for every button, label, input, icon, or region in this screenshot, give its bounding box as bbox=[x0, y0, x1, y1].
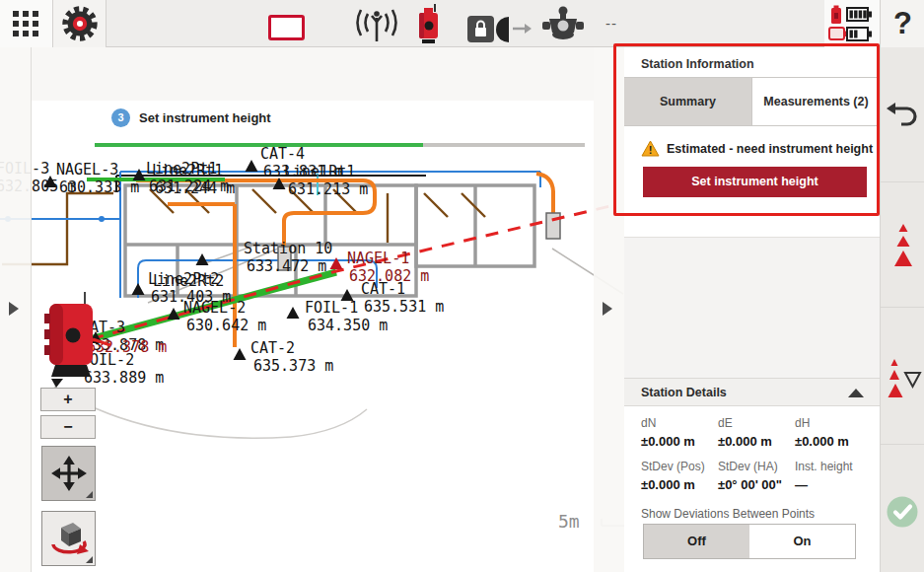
expand-right-icon bbox=[603, 302, 612, 316]
point-label: NAGEL-2 bbox=[183, 299, 246, 317]
detail-dh: dH ±0.000 m bbox=[795, 416, 872, 449]
display-screen-icon[interactable] bbox=[268, 15, 305, 40]
point-label: NAGEL-1 bbox=[347, 250, 409, 267]
help-button[interactable]: ? bbox=[880, 0, 924, 47]
gear-icon bbox=[59, 3, 101, 44]
camera-lock-icon[interactable] bbox=[467, 16, 494, 42]
panel-title: Station Information bbox=[641, 57, 754, 71]
expand-right-icon bbox=[9, 302, 19, 316]
target-points-compare-button[interactable] bbox=[885, 357, 922, 406]
point-label: CAT-2 bbox=[250, 339, 295, 357]
toggle-on[interactable]: On bbox=[749, 525, 855, 558]
grid-menu-icon bbox=[13, 11, 40, 37]
point-elevation: 630.333 m bbox=[59, 179, 139, 196]
point-elevation: 631.213 m bbox=[288, 180, 368, 198]
zoom-in-button[interactable]: + bbox=[40, 388, 96, 411]
triangle-stack-icon bbox=[888, 223, 918, 268]
help-label: ? bbox=[893, 6, 912, 40]
right-action-sidebar bbox=[880, 47, 924, 572]
station-information-panel: Station Information Summary Measurements… bbox=[624, 47, 880, 572]
divider bbox=[881, 444, 924, 445]
battery-half-icon bbox=[846, 27, 873, 41]
point-marker[interactable] bbox=[132, 283, 145, 295]
rotate-cube-icon bbox=[47, 519, 91, 558]
point-marker[interactable] bbox=[330, 257, 343, 269]
camera-lens-icon bbox=[496, 16, 510, 43]
point-elevation: 633.889 m bbox=[84, 369, 164, 387]
triangle-compare-icon bbox=[885, 357, 922, 402]
deviations-toggle: Off On bbox=[643, 524, 856, 559]
rotate-3d-button[interactable] bbox=[41, 511, 96, 566]
detail-dn: dN ±0.000 m bbox=[641, 416, 718, 449]
point-elevation: 634.350 m bbox=[308, 317, 388, 334]
point-elevation: 631.244 m bbox=[155, 179, 235, 197]
settings-button[interactable] bbox=[53, 0, 107, 47]
panel-empty-area bbox=[624, 237, 880, 379]
divider bbox=[881, 307, 924, 308]
top-toolbar: -- bbox=[0, 0, 924, 47]
left-panel-expander[interactable] bbox=[0, 47, 32, 572]
zoom-out-button[interactable]: − bbox=[40, 415, 96, 439]
point-elevation: 630.642 m bbox=[186, 317, 266, 334]
point-label: Station 10 bbox=[244, 240, 332, 257]
right-panel-expander[interactable] bbox=[594, 47, 625, 572]
point-label: Line2Rt1 bbox=[152, 162, 223, 179]
collapse-up-icon[interactable] bbox=[848, 389, 864, 397]
lock-glyph-icon bbox=[467, 16, 494, 42]
detail-stdev-ha: StDev (HA) ±0° 00' 00" bbox=[718, 460, 795, 492]
point-label: NAGEL-3 bbox=[56, 161, 118, 179]
point-marker[interactable] bbox=[287, 307, 300, 319]
detail-de: dE ±0.000 m bbox=[718, 416, 795, 449]
instrument-battery-icon bbox=[830, 5, 842, 25]
point-label: Line1Rt1 bbox=[284, 163, 355, 180]
point-label: FOIL-1 bbox=[305, 299, 358, 317]
station-details-title: Station Details bbox=[641, 386, 727, 399]
confirm-button[interactable] bbox=[885, 494, 920, 534]
point-elevation: 633.472 m bbox=[247, 257, 326, 275]
warning-text: Estimated - need instrument height bbox=[667, 142, 873, 156]
equipment-box bbox=[546, 213, 560, 239]
point-label: Line2Rt2 bbox=[153, 272, 224, 290]
deviations-label: Show Deviations Between Points bbox=[641, 507, 815, 521]
warning-row: ! Estimated - need instrument height bbox=[641, 140, 873, 157]
detail-stdev-pos: StDev (Pos) ±0.000 m bbox=[641, 460, 718, 492]
point-elevation: 635.373 m bbox=[253, 357, 333, 375]
station-details-header[interactable]: Station Details bbox=[624, 378, 880, 406]
toggle-off[interactable]: Off bbox=[644, 525, 749, 558]
tribrach-icon[interactable] bbox=[540, 6, 586, 43]
arrow-right-icon bbox=[513, 22, 533, 36]
prism-empty-icon bbox=[828, 27, 848, 41]
blue-node bbox=[99, 216, 105, 222]
svg-text:!: ! bbox=[649, 144, 653, 156]
status-value: -- bbox=[605, 15, 617, 32]
point-elevation: 635.531 m bbox=[364, 298, 444, 316]
total-station-icon[interactable] bbox=[410, 3, 446, 44]
pan-arrows-icon bbox=[50, 455, 88, 492]
warning-icon: ! bbox=[641, 140, 660, 157]
undo-button[interactable] bbox=[886, 101, 919, 134]
set-instrument-height-button[interactable]: Set instrument height bbox=[643, 167, 867, 197]
check-circle-icon bbox=[885, 494, 920, 530]
battery-full-icon bbox=[846, 7, 873, 22]
point-label: CAT-1 bbox=[361, 280, 405, 298]
app-screen: -- bbox=[0, 0, 924, 572]
point-label: CAT-4 bbox=[260, 145, 305, 163]
main-menu-button[interactable] bbox=[0, 0, 53, 47]
divider bbox=[881, 181, 924, 182]
point-marker[interactable] bbox=[246, 160, 258, 172]
battery-status-group[interactable] bbox=[824, 0, 880, 47]
wifi-antenna-icon[interactable] bbox=[351, 6, 402, 43]
detail-inst-height: Inst. height — bbox=[795, 460, 872, 492]
undo-icon bbox=[886, 101, 919, 130]
point-marker[interactable] bbox=[234, 348, 247, 360]
station-tabs: Summary Measurements (2) bbox=[624, 77, 880, 126]
tab-measurements[interactable]: Measurements (2) bbox=[752, 78, 880, 125]
tab-summary[interactable]: Summary bbox=[624, 78, 752, 125]
pan-mode-button[interactable] bbox=[41, 446, 96, 501]
map-scale-label: 5m bbox=[558, 511, 580, 532]
target-points-button[interactable] bbox=[888, 223, 918, 272]
